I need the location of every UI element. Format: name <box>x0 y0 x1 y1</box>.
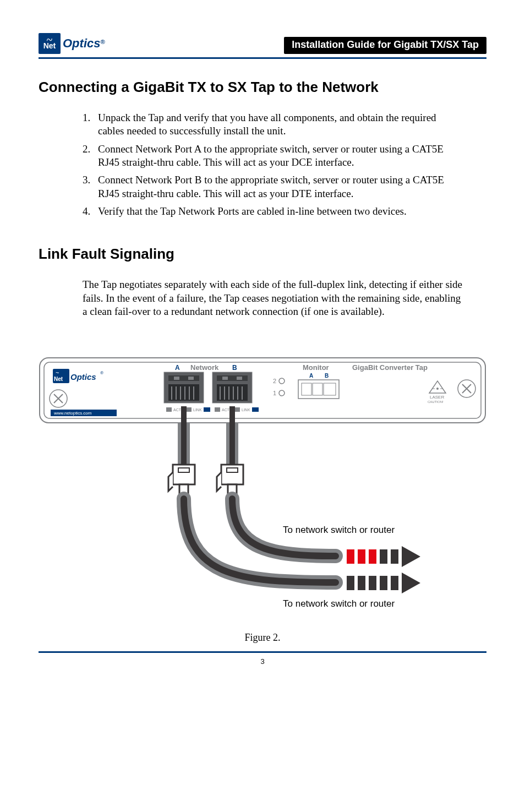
footer-rule <box>39 651 486 653</box>
page-header: ~ Net Optics® Installation Guide for Gig… <box>39 33 486 54</box>
svg-rect-36 <box>166 407 172 412</box>
network-port-a-icon <box>164 372 204 403</box>
svg-rect-28 <box>237 377 242 380</box>
figure-caption: Figure 2. <box>39 632 486 644</box>
svg-rect-80 <box>391 576 398 590</box>
list-item: 3.Connect Network Port B to the appropri… <box>83 173 464 200</box>
figure-2: ~ Net Optics ® www.netoptics.com A Netwo… <box>39 357 486 644</box>
svg-rect-77 <box>358 576 365 590</box>
lfs-paragraph: The Tap negotiates separately with each … <box>83 278 464 318</box>
svg-rect-17 <box>188 377 194 380</box>
svg-text:www.netoptics.com: www.netoptics.com <box>53 411 92 416</box>
brand-logo: ~ Net Optics® <box>39 33 105 54</box>
svg-text:A: A <box>175 364 180 372</box>
svg-text:A: A <box>309 373 313 379</box>
network-arrow-top-icon <box>347 546 420 567</box>
svg-text:2: 2 <box>273 378 276 384</box>
svg-text:B: B <box>325 373 329 379</box>
svg-rect-41 <box>215 407 220 412</box>
svg-rect-70 <box>347 549 354 564</box>
svg-text:~: ~ <box>56 369 59 376</box>
svg-text:ACT: ACT <box>222 408 230 412</box>
svg-text:ACT: ACT <box>173 408 182 412</box>
section-heading-connecting: Connecting a GigaBit TX to SX Tap to the… <box>39 79 486 96</box>
svg-text:Net: Net <box>54 376 63 382</box>
svg-text:LINK: LINK <box>242 408 250 412</box>
svg-rect-79 <box>380 576 387 590</box>
svg-text:LINK: LINK <box>193 408 202 412</box>
network-port-b-icon <box>212 372 252 403</box>
svg-text:®: ® <box>100 370 103 375</box>
svg-rect-38 <box>186 407 192 412</box>
svg-text:Optics: Optics <box>70 372 96 382</box>
header-rule <box>39 57 486 59</box>
svg-rect-76 <box>347 576 354 590</box>
svg-text:To network switch or router: To network switch or router <box>283 598 395 609</box>
svg-text:Network: Network <box>190 363 219 372</box>
svg-rect-15 <box>168 375 199 381</box>
svg-rect-72 <box>369 549 376 564</box>
logo-tilde-icon: ~ <box>47 34 53 45</box>
network-arrow-bottom-icon <box>347 573 420 593</box>
logo-optics-text: Optics® <box>63 36 105 51</box>
svg-rect-27 <box>222 377 228 380</box>
svg-rect-43 <box>234 407 240 412</box>
svg-rect-18 <box>168 384 199 401</box>
svg-point-58 <box>436 388 439 390</box>
list-item: 2.Connect Network Port A to the appropri… <box>83 143 464 170</box>
svg-rect-26 <box>217 375 248 381</box>
install-steps-list: 1.Unpack the Tap and verify that you hav… <box>83 111 464 218</box>
svg-rect-16 <box>174 377 179 380</box>
device-diagram-svg: ~ Net Optics ® www.netoptics.com A Netwo… <box>39 357 486 621</box>
header-title-pill: Installation Guide for Gigabit TX/SX Tap <box>284 37 486 54</box>
svg-text:GigaBit Converter Tap: GigaBit Converter Tap <box>352 363 428 372</box>
svg-text:To network switch or router: To network switch or router <box>283 525 395 535</box>
page-number: 3 <box>39 657 486 666</box>
lfs-block: The Tap negotiates separately with each … <box>83 278 464 318</box>
list-item: 1.Unpack the Tap and verify that you hav… <box>83 111 464 138</box>
svg-rect-78 <box>369 576 376 590</box>
svg-text:1: 1 <box>273 390 276 396</box>
list-item: 4.Verify that the Tap Network Ports are … <box>83 205 464 218</box>
logo-mark: ~ Net <box>39 33 61 54</box>
svg-rect-65 <box>178 468 189 472</box>
svg-rect-45 <box>252 407 259 412</box>
svg-rect-71 <box>358 549 365 564</box>
svg-text:LASER: LASER <box>430 395 444 400</box>
steps-block: 1.Unpack the Tap and verify that you hav… <box>83 111 464 218</box>
svg-text:Monitor: Monitor <box>303 363 329 372</box>
svg-rect-68 <box>227 468 238 472</box>
svg-rect-73 <box>380 549 387 564</box>
svg-text:B: B <box>232 364 237 372</box>
svg-text:CAUTION!: CAUTION! <box>428 400 444 404</box>
section-heading-link-fault: Link Fault Signaling <box>39 246 486 263</box>
svg-rect-74 <box>391 549 398 564</box>
svg-rect-29 <box>217 384 248 401</box>
svg-rect-40 <box>204 407 210 412</box>
